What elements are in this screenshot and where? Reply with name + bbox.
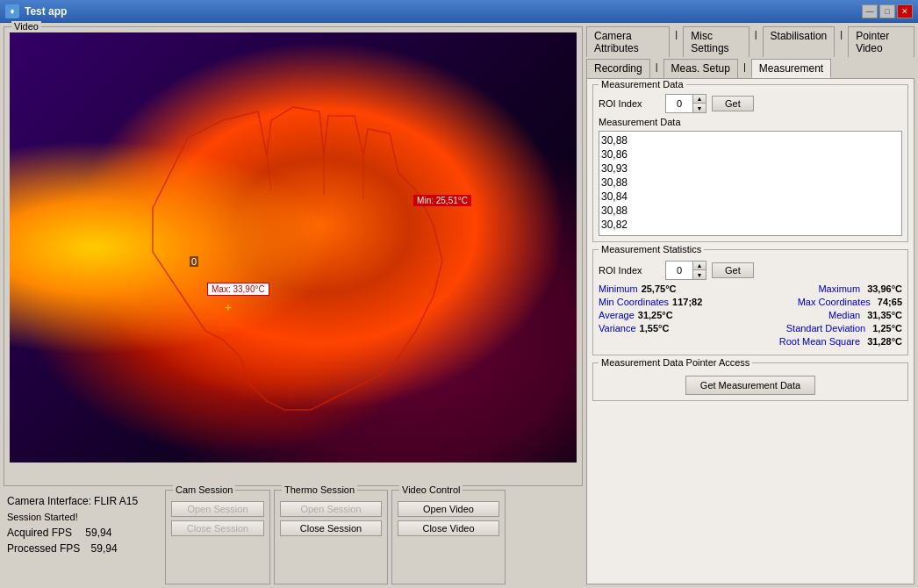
thermo-close-session-button[interactable]: Close Session — [280, 520, 382, 536]
standart-deviation-value: 1,25°C — [872, 323, 902, 333]
list-item: 30,93 — [601, 161, 900, 176]
stats-roi-index-down[interactable]: ▼ — [693, 270, 706, 279]
roi-index-down[interactable]: ▼ — [693, 104, 706, 112]
tab-measurement[interactable]: Measurement — [751, 59, 831, 78]
average-value: 31,25°C — [638, 310, 673, 320]
thermo-session-label: Thermo Session — [282, 484, 357, 495]
average-label: Average — [599, 310, 635, 320]
maximum-value: 33,96°C — [867, 283, 902, 294]
cam-session-group: Cam Session Open Session Close Session — [165, 490, 270, 584]
list-item: 30,88 — [601, 176, 900, 190]
rms-label: Root Mean Square — [779, 336, 860, 347]
min-coords-label: Min Coordinates — [599, 297, 669, 307]
measurement-data-get-button[interactable]: Get — [712, 96, 754, 111]
close-video-button[interactable]: Close Video — [398, 520, 499, 536]
stats-roi-index-up[interactable]: ▲ — [693, 262, 706, 270]
min-temp-label: Min: 25,51°C — [413, 195, 471, 206]
roi-index-up[interactable]: ▲ — [693, 95, 706, 104]
list-item: 30,84 — [601, 190, 900, 204]
acquired-fps-value: 59,94 — [85, 527, 111, 539]
camera-model: FLIR A15 — [94, 495, 138, 507]
tab-stabilisation[interactable]: Stabilisation — [763, 26, 836, 57]
app-title: Test app — [25, 5, 67, 18]
status-panel: Camera Interface: FLIR A15 Session Start… — [4, 490, 161, 584]
list-item: 30,86 — [601, 147, 900, 161]
max-coords-value: 74;65 — [878, 297, 902, 307]
title-bar: ♦ Test app — □ ✕ — [0, 0, 918, 23]
video-control-label: Video Control — [399, 484, 463, 495]
close-button[interactable]: ✕ — [897, 4, 913, 18]
measurement-data-list: 30,8830,8630,9330,8830,8430,8830,82 — [599, 131, 902, 236]
session-started: Session Started! — [7, 509, 158, 525]
cam-close-session-button[interactable]: Close Session — [171, 520, 264, 536]
measurement-stats-title: Measurement Statistics — [599, 244, 704, 255]
right-content-panel: Measurement Data ROI Index ▲ ▼ Get Measu… — [586, 78, 914, 584]
list-item: 30,88 — [601, 204, 900, 218]
measurement-pointer-section: Measurement Data Pointer Access Get Meas… — [592, 362, 908, 401]
tab-misc-settings[interactable]: Misc Settings — [683, 26, 749, 57]
stats-roi-index-input[interactable] — [666, 262, 692, 279]
tab-recording[interactable]: Recording — [586, 59, 650, 78]
processed-fps-value: 59,94 — [91, 542, 118, 555]
tab-camera-attributes[interactable]: Camera Attributes — [586, 26, 670, 57]
roi-index-input[interactable] — [666, 95, 692, 112]
maximum-label: Maximum — [818, 283, 860, 294]
maximize-button[interactable]: □ — [879, 4, 895, 18]
minimum-label: Minimum — [599, 283, 638, 294]
video-frame: 0 Min: 25,51°C Max: 33,90°C + — [10, 32, 577, 463]
measurement-data-sub-label: Measurement Data — [599, 117, 902, 127]
video-group-label: Video — [11, 21, 41, 32]
thermo-open-session-button[interactable]: Open Session — [280, 501, 382, 517]
stats-get-button[interactable]: Get — [712, 262, 754, 278]
standart-deviation-label: Standart Deviation — [786, 323, 866, 333]
cam-open-session-button[interactable]: Open Session — [171, 501, 264, 517]
app-icon: ♦ — [5, 4, 19, 18]
tab-meas-setup[interactable]: Meas. Setup — [663, 59, 738, 78]
processed-fps-label: Processed FPS — [7, 542, 80, 555]
min-coords-value: 117;82 — [672, 297, 702, 307]
max-coords-label: Max Coordinates — [798, 297, 871, 307]
roi-number-label: 0 — [190, 256, 198, 267]
roi-index-label: ROI Index — [599, 98, 660, 109]
open-video-button[interactable]: Open Video — [398, 501, 499, 517]
stats-roi-index-label: ROI Index — [599, 265, 660, 276]
crosshair: + — [225, 300, 232, 314]
variance-label: Variance — [599, 323, 636, 333]
thermo-session-group: Thermo Session Open Session Close Sessio… — [274, 490, 388, 584]
tab-pointer-video[interactable]: Pointer Video — [848, 26, 914, 57]
measurement-stats-section: Measurement Statistics ROI Index ▲ ▼ Get — [592, 249, 908, 355]
acquired-fps-label: Acquired FPS — [7, 527, 72, 539]
max-temp-label: Max: 33,90°C — [207, 283, 269, 296]
get-measurement-data-button[interactable]: Get Measurement Data — [685, 376, 815, 395]
variance-value: 1,55°C — [640, 323, 670, 333]
median-label: Median — [828, 310, 860, 320]
video-control-group: Video Control Open Video Close Video — [391, 490, 506, 584]
camera-interface-label: Camera Interface: — [7, 495, 91, 507]
cam-session-label: Cam Session — [173, 484, 235, 495]
measurement-data-section: Measurement Data ROI Index ▲ ▼ Get Measu… — [592, 84, 908, 242]
list-item: 30,82 — [601, 218, 900, 232]
measurement-pointer-title: Measurement Data Pointer Access — [599, 357, 752, 368]
roi-index-spinner[interactable]: ▲ ▼ — [665, 94, 706, 113]
rms-value: 31,28°C — [867, 336, 902, 347]
stats-roi-index-spinner[interactable]: ▲ ▼ — [665, 261, 706, 280]
median-value: 31,35°C — [867, 310, 902, 320]
minimize-button[interactable]: — — [862, 4, 878, 18]
list-item: 30,88 — [601, 133, 900, 147]
measurement-data-title: Measurement Data — [599, 79, 686, 90]
minimum-value: 25,75°C — [642, 283, 677, 294]
